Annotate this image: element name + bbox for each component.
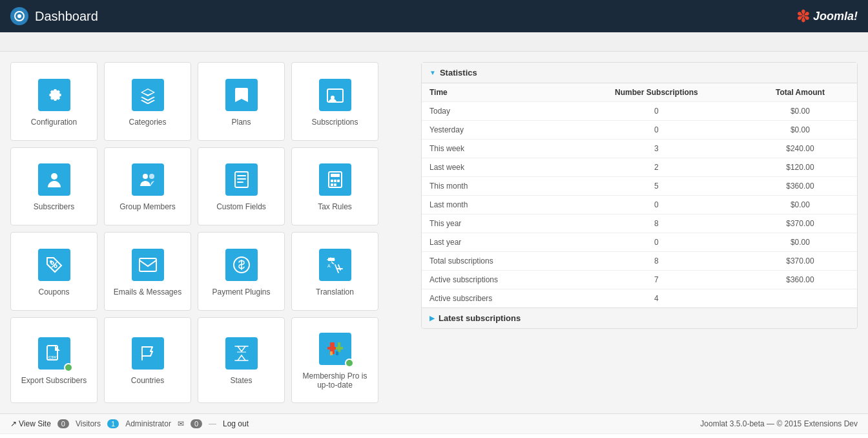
plans-icon-box	[225, 79, 258, 111]
visitors-label: Visitors	[76, 419, 101, 428]
joomla-text: Joomla!	[813, 10, 858, 23]
payment-plugins-label: Payment Plugins	[212, 287, 270, 297]
grid-item-states[interactable]: States	[198, 317, 285, 404]
icon-grid: ConfigurationCategoriesPlansSubscription…	[10, 62, 411, 403]
membership-pro-label: Membership Pro is up-to-date	[298, 371, 371, 390]
export-subscribers-label: Export Subscribers	[21, 376, 87, 385]
page-title: Dashboard	[35, 9, 98, 24]
svg-point-18	[51, 262, 54, 264]
header-left: Dashboard	[10, 7, 98, 25]
grid-item-emails-messages[interactable]: Emails & Messages	[104, 232, 191, 311]
latest-arrow-icon: ▶	[429, 315, 435, 322]
stats-cell-amount: $370.00	[743, 214, 857, 233]
stats-cell-time: Total subscriptions	[422, 252, 570, 271]
stats-cell-amount: $370.00	[743, 252, 857, 271]
stats-cell-amount: $120.00	[743, 158, 857, 177]
statistics-header: ▼ Statistics	[422, 63, 857, 83]
payment-plugins-icon-box	[225, 249, 258, 281]
stats-cell-amount: $360.00	[743, 177, 857, 196]
view-site-link[interactable]: ↗ View Site	[10, 419, 51, 428]
statistics-table: Time Number Subscriptions Total Amount T…	[422, 83, 857, 308]
stats-cell-amount: $0.00	[743, 233, 857, 252]
table-row: Active subscriptions7$360.00	[422, 271, 857, 289]
stats-cell-time: Today	[422, 102, 570, 121]
stats-cell-subscriptions: 3	[570, 140, 743, 158]
col-time-header: Time	[422, 83, 570, 102]
subscribers-icon-box	[38, 163, 70, 196]
svg-rect-13	[331, 183, 333, 186]
footer-left: ↗ View Site 0 Visitors 1 Administrator ✉…	[10, 419, 249, 428]
configuration-icon-box	[38, 79, 70, 111]
table-row: Total subscriptions8$370.00	[422, 252, 857, 271]
footer-sep: —	[209, 419, 216, 428]
svg-rect-24	[237, 351, 246, 353]
tax-rules-label: Tax Rules	[318, 202, 352, 211]
grid-item-subscriptions[interactable]: Subscriptions	[291, 62, 378, 141]
stats-cell-subscriptions: 0	[570, 102, 743, 121]
grid-item-plans[interactable]: Plans	[198, 62, 285, 141]
version-info: Joomlat 3.5.0-beta — © 2015 Extensions D…	[700, 419, 858, 428]
tax-rules-icon-box	[319, 163, 351, 196]
svg-rect-14	[334, 183, 336, 186]
svg-rect-11	[334, 180, 336, 182]
col-subscriptions-header: Number Subscriptions	[570, 83, 743, 102]
table-row: Last month0$0.00	[422, 196, 857, 214]
countries-label: Countries	[131, 376, 164, 385]
table-row: This week3$240.00	[422, 140, 857, 158]
grid-item-subscribers[interactable]: Subscribers	[10, 147, 98, 226]
col-amount-header: Total Amount	[743, 83, 857, 102]
stats-cell-time: Yesterday	[422, 121, 570, 140]
svg-rect-10	[331, 180, 333, 182]
admin-badge: 1	[107, 419, 119, 428]
table-row: Last year0$0.00	[422, 233, 857, 252]
grid-item-custom-fields[interactable]: Custom Fields	[198, 147, 285, 226]
svg-point-5	[143, 174, 148, 179]
stats-cell-amount: $0.00	[743, 102, 857, 121]
coupons-icon-box	[38, 249, 70, 281]
grid-item-coupons[interactable]: Coupons	[10, 232, 98, 311]
grid-item-translation[interactable]: ATranslation	[291, 232, 378, 311]
table-row: Today0$0.00	[422, 102, 857, 121]
coupons-label: Coupons	[38, 287, 69, 297]
stats-cell-subscriptions: 2	[570, 158, 743, 177]
table-row: Last week2$120.00	[422, 158, 857, 177]
external-link-icon: ↗	[10, 419, 17, 428]
svg-text:A: A	[327, 264, 331, 268]
emails-messages-icon-box	[132, 249, 164, 281]
membership-pro-badge	[345, 359, 354, 368]
translation-icon-box: A	[319, 249, 351, 281]
grid-item-membership-pro[interactable]: Membership Pro is up-to-date	[291, 317, 378, 404]
subscriptions-icon-box	[319, 79, 351, 111]
group-members-label: Group Members	[119, 202, 176, 211]
copyright: Membership Pro version 2.1.0, Copyright …	[0, 433, 868, 438]
grid-item-configuration[interactable]: Configuration	[10, 62, 98, 141]
latest-subscriptions-header[interactable]: ▶ Latest subscriptions	[422, 308, 857, 328]
joomla-icon: ✽	[796, 6, 811, 26]
grid-item-payment-plugins[interactable]: Payment Plugins	[198, 232, 285, 311]
header: Dashboard ✽ Joomla!	[0, 0, 868, 32]
admin-label: Administrator	[125, 419, 171, 428]
stats-cell-amount: $0.00	[743, 196, 857, 214]
logout-link[interactable]: Log out	[223, 419, 249, 428]
stats-panel: ▼ Statistics Time Number Subscriptions T…	[421, 62, 858, 403]
custom-fields-icon-box	[225, 163, 258, 196]
svg-point-6	[149, 174, 154, 179]
logo-circle	[10, 7, 28, 25]
grid-item-tax-rules[interactable]: Tax Rules	[291, 147, 378, 226]
joomla-logo: ✽ Joomla!	[796, 6, 858, 26]
grid-item-group-members[interactable]: Group Members	[104, 147, 191, 226]
export-subscribers-badge	[64, 363, 73, 372]
grid-item-categories[interactable]: Categories	[104, 62, 191, 141]
table-row: This year8$370.00	[422, 214, 857, 233]
subscribers-label: Subscribers	[34, 202, 74, 211]
grid-item-export-subscribers[interactable]: CSVExport Subscribers	[10, 317, 98, 404]
stats-cell-amount	[743, 289, 857, 308]
grid-item-countries[interactable]: Countries	[104, 317, 191, 404]
stats-cell-amount: $0.00	[743, 121, 857, 140]
stats-arrow-icon: ▼	[429, 69, 436, 76]
svg-rect-19	[140, 258, 156, 271]
latest-title: Latest subscriptions	[439, 313, 521, 323]
group-members-icon-box	[132, 163, 164, 196]
messages-badge: 0	[191, 419, 202, 428]
statistics-box: ▼ Statistics Time Number Subscriptions T…	[421, 62, 858, 329]
